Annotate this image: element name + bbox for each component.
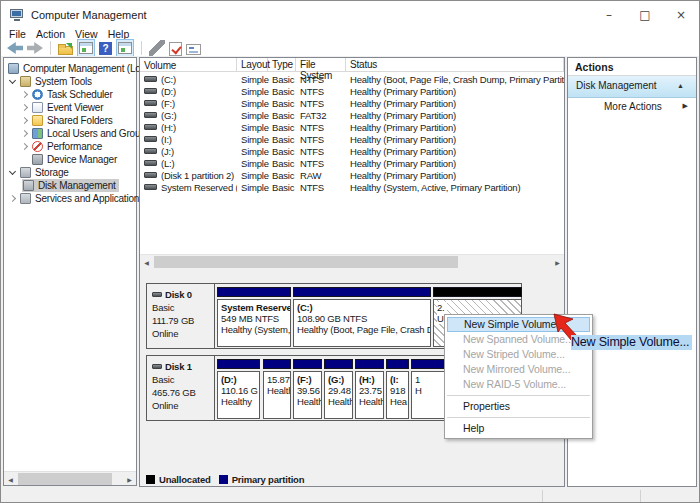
tree-item-label-selected: Disk Management [38, 180, 116, 191]
actions-group-disk-management[interactable]: Disk Management ▲ [568, 76, 696, 98]
drive-icon [144, 88, 157, 94]
menu-item-help[interactable]: Help [445, 421, 592, 436]
chevron-right-icon[interactable] [21, 91, 28, 98]
table-row[interactable]: (F:) Simple Basic NTFS Healthy (Primary … [140, 97, 564, 109]
tree-item-system-tools[interactable]: System Tools [4, 75, 136, 88]
column-type[interactable]: Type [268, 58, 296, 72]
disk-icon [152, 364, 162, 369]
collapse-icon[interactable]: ▲ [677, 82, 684, 89]
shared-folders-icon [32, 115, 43, 126]
disk1-label[interactable]: Disk 1 Basic 465.76 GB Online [147, 356, 215, 420]
back-icon[interactable] [7, 40, 23, 56]
partition-system-reserve[interactable]: System Reserve 549 MB NTFS Healthy (Syst… [217, 287, 291, 347]
scroll-left-icon[interactable]: ◀ [4, 472, 17, 486]
unallocated-swatch [146, 475, 155, 484]
chevron-right-icon[interactable] [21, 130, 28, 137]
partition-i[interactable]: (I:918Hea [386, 359, 409, 419]
scrollbar-thumb[interactable] [154, 256, 458, 268]
show-hide-action-pane-button[interactable] [116, 39, 134, 57]
volume-horizontal-scrollbar[interactable]: ◀ ▶ [140, 254, 564, 268]
toolbar-separator [141, 41, 142, 55]
chevron-right-icon[interactable] [21, 143, 28, 150]
storage-icon [20, 167, 31, 178]
tree-horizontal-scrollbar[interactable]: ◀ ▶ [4, 471, 136, 485]
column-status[interactable]: Status [346, 58, 564, 72]
disk-icon [152, 292, 162, 297]
maximize-button[interactable]: □ [627, 1, 663, 29]
table-row[interactable]: System Reserved (K:) Simple Basic NTFS H… [140, 181, 564, 193]
tool-icon[interactable] [149, 40, 165, 56]
tree-item-label: Shared Folders [47, 115, 113, 126]
properties-dialog-icon[interactable] [186, 44, 201, 55]
drive-icon [144, 124, 157, 130]
scroll-left-icon[interactable]: ◀ [140, 255, 153, 269]
table-row[interactable]: (G:) Simple Basic FAT32 Healthy (Primary… [140, 109, 564, 121]
check-document-icon[interactable] [169, 42, 182, 56]
primary-partition-band [217, 287, 291, 297]
table-row[interactable]: (Disk 1 partition 2) Simple Basic RAW He… [140, 169, 564, 181]
chevron-right-icon[interactable] [21, 104, 28, 111]
table-row[interactable]: (C:) Simple Basic NTFS Healthy (Boot, Pa… [140, 73, 564, 85]
minimize-button[interactable]: – [591, 1, 627, 29]
tree-item-local-users-and-groups[interactable]: Local Users and Groups [4, 127, 136, 140]
menu-action[interactable]: Action [36, 28, 65, 40]
scroll-right-icon[interactable]: ▶ [551, 255, 564, 269]
tree-item-services-and-applications[interactable]: Services and Applications [4, 192, 136, 205]
tree-item-shared-folders[interactable]: Shared Folders [4, 114, 136, 127]
chevron-down-icon[interactable] [9, 77, 16, 84]
disk0-label[interactable]: Disk 0 Basic 111.79 GB Online [147, 284, 215, 348]
tree-item-label: Local Users and Groups [47, 128, 150, 139]
window-title: Computer Management [31, 9, 147, 21]
table-row[interactable]: (J:) Simple Basic NTFS Healthy (Primary … [140, 145, 564, 157]
primary-partition-band [324, 359, 353, 369]
column-volume[interactable]: Volume [140, 58, 237, 72]
tree-item-label: System Tools [35, 76, 92, 87]
tree-item-event-viewer[interactable]: Event Viewer [4, 101, 136, 114]
show-hide-console-tree-button[interactable] [77, 39, 95, 57]
partition-d[interactable]: (D:)110.16 GHealthy [217, 359, 260, 419]
legend-unallocated-label: Unallocated [159, 474, 211, 485]
partition-2[interactable]: 15.87 (Health [263, 359, 291, 419]
table-row[interactable]: (D:) Simple Basic NTFS Healthy (Primary … [140, 85, 564, 97]
partition-g[interactable]: (G:)29.48 GHealthy [324, 359, 353, 419]
partition-f[interactable]: (F:)39.56 GHealthy [293, 359, 322, 419]
console-tree-folder-icon[interactable] [58, 46, 73, 55]
close-button[interactable]: × [663, 1, 699, 29]
scrollbar-thumb[interactable] [18, 473, 112, 485]
task-scheduler-icon [32, 89, 43, 100]
toolbar-separator [50, 41, 51, 55]
more-actions[interactable]: More Actions ▶ [568, 98, 696, 116]
volume-name: System Reserved (K:) [161, 182, 237, 193]
column-layout[interactable]: Layout [237, 58, 268, 72]
partition-c[interactable]: (C:) 108.90 GB NTFS Healthy (Boot, Page … [293, 287, 431, 347]
forward-icon[interactable] [27, 40, 43, 56]
menu-separator [447, 417, 590, 418]
drive-icon [144, 76, 157, 82]
volume-name: (G:) [161, 110, 177, 121]
tree-item-storage[interactable]: Storage [4, 166, 136, 179]
table-row[interactable]: (I:) Simple Basic NTFS Healthy (Primary … [140, 133, 564, 145]
device-manager-icon [32, 154, 43, 165]
drive-icon [144, 172, 157, 178]
actions-title: Actions [568, 58, 696, 76]
volume-name: (D:) [161, 86, 176, 97]
menu-file[interactable]: File [9, 28, 26, 40]
table-row[interactable]: (L:) Simple Basic NTFS Healthy (Primary … [140, 157, 564, 169]
tree-item-device-manager[interactable]: Device Manager [4, 153, 136, 166]
column-file-system[interactable]: File System [296, 58, 346, 72]
tree-item-performance[interactable]: Performance [4, 140, 136, 153]
console-tree-panel: Computer Management (Local System Tools … [3, 57, 137, 486]
drive-icon [144, 160, 157, 166]
status-divider [542, 490, 543, 502]
chevron-right-icon[interactable] [9, 195, 16, 202]
menu-item-properties[interactable]: Properties [445, 399, 592, 414]
tree-item-disk-management[interactable]: Disk Management [4, 179, 136, 192]
tree-item-task-scheduler[interactable]: Task Scheduler [4, 88, 136, 101]
help-icon[interactable]: ? [99, 42, 112, 55]
partition-h[interactable]: (H:)23.75 GHealthy [355, 359, 384, 419]
table-row[interactable]: (H:) Simple Basic NTFS Healthy (Primary … [140, 121, 564, 133]
chevron-right-icon[interactable] [21, 117, 28, 124]
tree-item-computer-management[interactable]: Computer Management (Local [4, 62, 136, 75]
chevron-down-icon[interactable] [9, 168, 16, 175]
scroll-right-icon[interactable]: ▶ [123, 472, 136, 486]
